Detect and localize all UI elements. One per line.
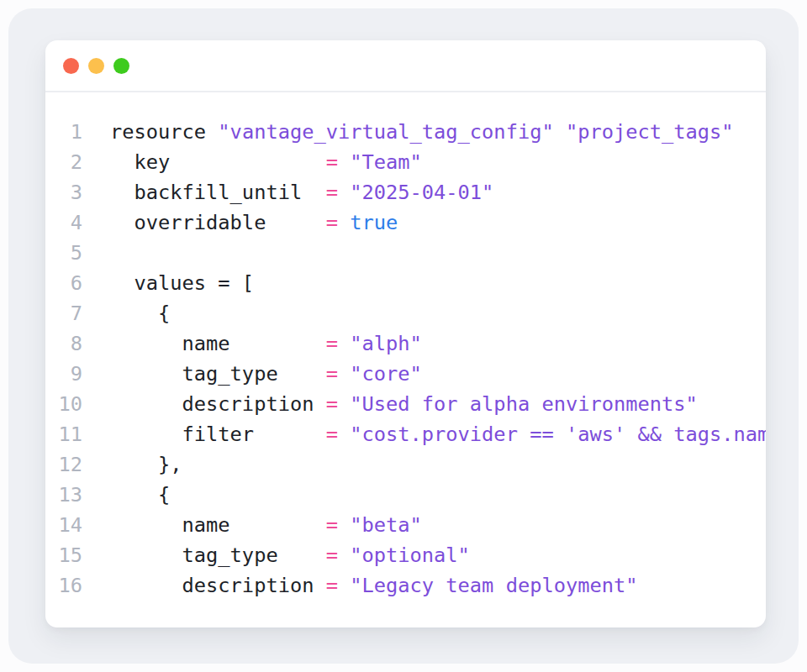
code-token: filter [110,423,326,446]
code-line: 15 tag_type = "optional" [45,540,766,570]
code-token [338,181,350,204]
line-number: 9 [45,359,82,389]
line-content: overridable = true [110,207,398,238]
code-token: description [110,392,326,416]
code-token [338,574,350,597]
code-line: 7 { [45,298,766,328]
line-content: values = [ [110,268,254,298]
code-token: }, [110,453,182,476]
code-line: 6 values = [ [45,268,766,298]
line-content: filter = "cost.provider == 'aws' && tags… [110,419,766,449]
code-token: "Used for alpha environments" [350,392,698,416]
close-traffic-light-button[interactable] [63,58,79,74]
code-token [338,423,350,446]
line-number: 8 [45,328,82,359]
code-line: 14 name = "beta" [45,510,766,540]
line-number: 10 [45,389,82,419]
code-token [338,150,350,174]
line-number: 12 [45,449,82,480]
code-token: = [326,211,338,234]
line-content: { [110,298,170,328]
line-number: 2 [45,147,82,177]
line-content: tag_type = "core" [110,359,422,389]
code-token: key [110,150,326,174]
line-number: 3 [45,177,82,207]
code-line: 3 backfill_until = "2025-04-01" [45,177,766,207]
code-line: 11 filter = "cost.provider == 'aws' && t… [45,419,766,449]
code-token: name [110,332,326,355]
code-line: 9 tag_type = "core" [45,359,766,389]
code-line: 1resource "vantage_virtual_tag_config" "… [45,117,766,147]
line-content: name = "beta" [110,510,422,540]
line-content: description = "Used for alpha environmen… [110,389,698,419]
code-token: "vantage_virtual_tag_config" [218,120,553,144]
code-token [554,120,566,144]
line-content: description = "Legacy team deployment" [110,570,638,601]
line-number: 5 [45,238,82,268]
code-line: 10 description = "Used for alpha environ… [45,389,766,419]
code-token: = [326,181,338,204]
code-area: 1resource "vantage_virtual_tag_config" "… [45,92,766,601]
code-token [338,332,350,355]
code-line: 5 [45,238,766,268]
line-content: key = "Team" [110,147,422,177]
line-number: 1 [45,117,82,147]
code-line: 16 description = "Legacy team deployment… [45,570,766,601]
line-content: tag_type = "optional" [110,540,470,570]
window-titlebar [45,40,766,92]
code-token [338,362,350,386]
line-content: name = "alph" [110,328,422,359]
code-token: true [350,211,398,234]
code-token: = [326,543,338,567]
code-token: "cost.provider == 'aws' && tags.nam [350,423,766,446]
code-token: { [110,483,170,507]
code-token [338,543,350,567]
page-background-panel: 1resource "vantage_virtual_tag_config" "… [8,8,799,664]
code-token [338,392,350,416]
code-token: = [326,574,338,597]
code-token: description [110,574,326,597]
code-token: "project_tags" [566,120,734,144]
code-token: "core" [350,362,422,386]
code-editor-window: 1resource "vantage_virtual_tag_config" "… [45,40,766,627]
line-content: backfill_until = "2025-04-01" [110,177,493,207]
line-number: 4 [45,207,82,238]
code-token: name [110,513,326,537]
minimize-traffic-light-button[interactable] [88,58,104,74]
code-token: = [326,392,338,416]
code-token [338,211,350,234]
code-token: { [110,302,170,325]
code-token: = [326,150,338,174]
code-token: "Legacy team deployment" [350,574,637,597]
code-token: tag_type [110,543,326,567]
code-token: "Team" [350,150,422,174]
line-number: 13 [45,480,82,510]
code-token: tag_type [110,362,326,386]
code-line: 12 }, [45,449,766,480]
code-token: resource [110,120,218,144]
line-content: }, [110,449,182,480]
line-number: 15 [45,540,82,570]
line-content: { [110,480,170,510]
code-token [338,513,350,537]
code-token: = [326,332,338,355]
code-token: backfill_until [110,181,326,204]
code-token: = [326,513,338,537]
line-number: 16 [45,570,82,601]
code-line: 2 key = "Team" [45,147,766,177]
line-content: resource "vantage_virtual_tag_config" "p… [110,117,734,147]
code-line: 8 name = "alph" [45,328,766,359]
code-token: = [326,362,338,386]
line-number: 6 [45,268,82,298]
code-token: overridable [110,211,326,234]
code-token: "optional" [350,543,470,567]
code-line: 4 overridable = true [45,207,766,238]
line-number: 7 [45,298,82,328]
line-number: 14 [45,510,82,540]
line-number: 11 [45,419,82,449]
code-token: values = [ [110,271,254,295]
code-token: = [326,423,338,446]
code-line: 13 { [45,480,766,510]
code-token: "beta" [350,513,422,537]
maximize-traffic-light-button[interactable] [113,58,129,74]
